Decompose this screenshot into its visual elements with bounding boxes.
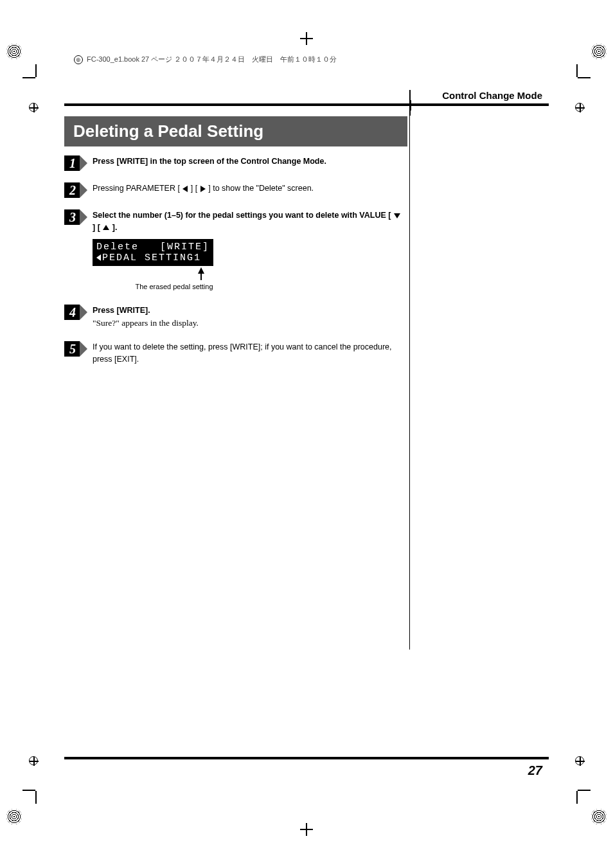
lcd-caption: The erased pedal setting xyxy=(135,281,213,292)
step-text: Press [WRITE] in the top screen of the C… xyxy=(93,157,326,166)
step-3: 3 Select the number (1–5) for the pedal … xyxy=(64,209,401,293)
triangle-right-icon xyxy=(200,186,206,192)
section-title: Deleting a Pedal Setting xyxy=(64,116,407,146)
book-strip-ring-icon: ⊕ xyxy=(74,55,83,64)
step-body: If you want to delete the setting, press… xyxy=(93,341,401,366)
crop-mark-icon xyxy=(558,77,578,96)
step-1: 1 Press [WRITE] in the top screen of the… xyxy=(64,155,401,171)
step-number-label: 2 xyxy=(64,182,80,198)
crop-mark-icon xyxy=(35,772,55,791)
step-title: Press [WRITE]. xyxy=(93,305,401,317)
register-target-icon xyxy=(575,756,584,765)
lcd-display: Delete [WRITE] PEDAL SETTING1 The erased… xyxy=(93,239,213,292)
book-strip-ring-glyph: ⊕ xyxy=(76,57,81,63)
step-number-label: 1 xyxy=(64,155,80,171)
lcd-screen: Delete [WRITE] PEDAL SETTING1 xyxy=(93,239,213,267)
lcd-pointer-icon xyxy=(189,267,213,280)
step-body: Pressing PARAMETER [ ] [ ] to show the "… xyxy=(93,182,401,198)
footer-rule xyxy=(64,757,549,759)
step-number: 1 xyxy=(64,155,84,171)
vertical-divider xyxy=(409,116,410,650)
step-number: 5 xyxy=(64,341,84,366)
step-number-label: 5 xyxy=(64,341,80,357)
registration-mark-icon xyxy=(6,44,22,59)
step-number-label: 4 xyxy=(64,305,80,320)
vertical-divider xyxy=(409,90,411,116)
crosshair-icon xyxy=(300,32,313,45)
step-body: Press [WRITE]. "Sure?" appears in the di… xyxy=(93,305,401,330)
steps-list: 1 Press [WRITE] in the top screen of the… xyxy=(64,155,401,365)
step-number: 2 xyxy=(64,182,84,198)
step-text-mid: ] [ xyxy=(188,184,199,193)
page-number: 27 xyxy=(64,763,549,778)
step-number: 3 xyxy=(64,209,84,293)
lcd-line1: Delete [WRITE] xyxy=(96,242,209,252)
triangle-down-icon xyxy=(394,213,400,218)
step-body: Press [WRITE] in the top screen of the C… xyxy=(93,155,401,171)
step-2: 2 Pressing PARAMETER [ ] [ ] to show the… xyxy=(64,182,401,198)
step-text-suffix: ] to show the "Delete" screen. xyxy=(206,184,314,193)
crosshair-icon xyxy=(300,823,313,836)
lcd-line2: PEDAL SETTING1 xyxy=(102,252,201,263)
registration-mark-icon xyxy=(591,44,607,59)
book-strip-text: FC-300_e1.book 27 ページ ２００７年４月２４日 火曜日 午前１… xyxy=(87,55,337,64)
step-body: Select the number (1–5) for the pedal se… xyxy=(93,209,401,293)
step-5: 5 If you want to delete the setting, pre… xyxy=(64,341,401,366)
register-target-icon xyxy=(29,756,38,765)
step-text-suffix: ]. xyxy=(110,223,117,232)
registration-mark-icon xyxy=(6,809,22,824)
step-text-mid: ] [ xyxy=(93,223,102,232)
register-target-icon xyxy=(575,103,584,112)
crop-mark-icon xyxy=(35,77,55,96)
step-number: 4 xyxy=(64,305,84,330)
book-strip: ⊕ FC-300_e1.book 27 ページ ２００７年４月２４日 火曜日 午… xyxy=(74,55,337,64)
page-footer: 27 xyxy=(64,757,549,778)
registration-mark-icon xyxy=(591,809,607,824)
step-text: If you want to delete the setting, press… xyxy=(93,342,392,364)
crop-mark-icon xyxy=(558,772,578,791)
triangle-up-icon xyxy=(103,225,109,230)
lcd-arrow-left-icon xyxy=(96,254,101,261)
register-target-icon xyxy=(29,103,38,112)
step-number-label: 3 xyxy=(64,209,80,225)
step-4: 4 Press [WRITE]. "Sure?" appears in the … xyxy=(64,305,401,330)
step-description: "Sure?" appears in the display. xyxy=(93,317,401,330)
sidebar-column xyxy=(414,90,549,778)
triangle-left-icon xyxy=(182,186,188,192)
step-text-prefix: Select the number (1–5) for the pedal se… xyxy=(93,211,393,220)
step-text-prefix: Pressing PARAMETER [ xyxy=(93,184,182,193)
